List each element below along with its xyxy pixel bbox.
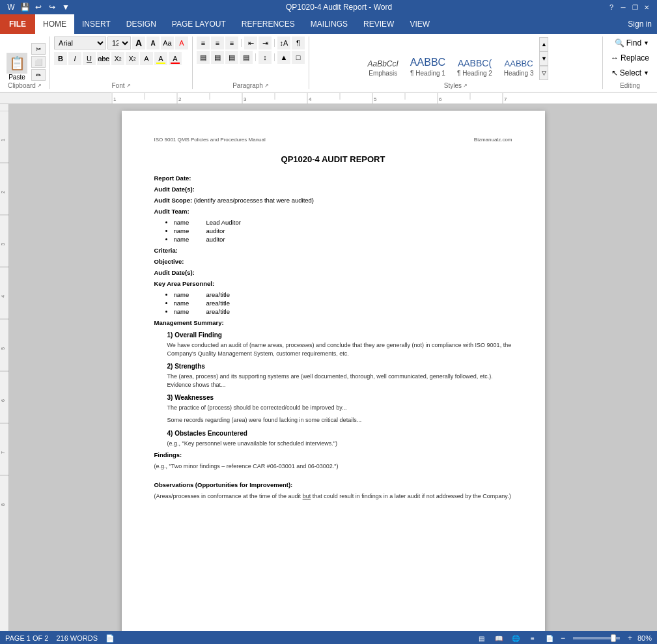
font-name-select[interactable]: Arial	[54, 36, 106, 49]
ribbon-tab-row: FILE HOME INSERT DESIGN PAGE LAYOUT REFE…	[0, 14, 657, 34]
paragraph-expand-icon[interactable]: ↗	[264, 83, 269, 89]
strikethrough-button[interactable]: abc	[97, 52, 110, 65]
zoom-slider-track[interactable]	[570, 637, 622, 639]
superscript-button[interactable]: X2	[126, 52, 139, 65]
styles-scroll-controls: ▲ ▼ ▽	[539, 37, 548, 80]
style-heading3[interactable]: AABBC Heading 3	[499, 38, 538, 79]
redo-quick-btn[interactable]: ↪	[46, 1, 58, 13]
text-effects-button[interactable]: A	[140, 52, 153, 65]
bold-button[interactable]: B	[54, 52, 67, 65]
line-spacing-button[interactable]: ↕	[259, 51, 272, 64]
highlight-button[interactable]: A	[154, 52, 167, 65]
subscript-button[interactable]: X2	[111, 52, 124, 65]
sort-button[interactable]: ↕A	[277, 36, 290, 49]
main-area: 1 2 3 4 5 6 7 8 ISO 9001 QMS Policies an…	[0, 104, 657, 631]
styles-expand[interactable]: ▽	[539, 66, 548, 80]
sign-in-link[interactable]: Sign in	[628, 20, 652, 29]
align-left-button[interactable]: ▤	[197, 51, 210, 64]
tab-review[interactable]: REVIEW	[356, 14, 402, 34]
document-page[interactable]: ISO 9001 QMS Policies and Procedures Man…	[122, 111, 545, 631]
save-quick-btn[interactable]: 💾	[19, 1, 31, 13]
findings-label: Findings:	[154, 451, 182, 458]
bullets-button[interactable]: ≡	[197, 36, 210, 49]
team-member-1: nameLead Auditor	[174, 219, 512, 226]
style-heading2[interactable]: AABBC( ¶ Heading 2	[453, 38, 497, 79]
minimize-button[interactable]: ─	[618, 3, 628, 12]
zoom-minus-btn[interactable]: −	[561, 634, 565, 643]
svg-text:1: 1	[1, 139, 5, 141]
tab-home[interactable]: HOME	[35, 14, 74, 34]
find-button[interactable]: 🔍 Find ▼	[611, 36, 653, 49]
audit-scope-value: (identify areas/processes that were audi…	[194, 197, 314, 204]
document-area[interactable]: ISO 9001 QMS Policies and Procedures Man…	[9, 104, 657, 631]
justify-button[interactable]: ▤	[240, 51, 253, 64]
tab-page-layout[interactable]: PAGE LAYOUT	[164, 14, 234, 34]
view-read-btn[interactable]: 📖	[493, 632, 505, 644]
style-emphasis[interactable]: AaBbCcI Emphasis	[363, 38, 403, 79]
grow-font-button[interactable]: A	[132, 36, 145, 49]
font-color-button[interactable]: A	[169, 52, 182, 65]
cut-button[interactable]: ✂	[31, 43, 46, 55]
style-heading1[interactable]: AABBC ¶ Heading 1	[406, 38, 450, 79]
view-print-btn[interactable]: ▤	[476, 632, 488, 644]
customize-quick-btn[interactable]: ▼	[60, 1, 72, 13]
view-web-btn[interactable]: 🌐	[510, 632, 522, 644]
paste-button[interactable]: 📋 Paste	[4, 53, 30, 81]
align-right-button[interactable]: ▤	[225, 51, 238, 64]
italic-button[interactable]: I	[68, 52, 81, 65]
change-case-button[interactable]: Aa	[161, 36, 174, 49]
align-center-button[interactable]: ▤	[211, 51, 224, 64]
file-tab[interactable]: FILE	[0, 14, 35, 34]
select-button[interactable]: ↖ Select ▼	[608, 66, 653, 79]
tab-references[interactable]: REFERENCES	[234, 14, 303, 34]
audit-dates2-label: Audit Date(s):	[154, 269, 195, 276]
clipboard-expand-icon[interactable]: ↗	[37, 83, 42, 89]
shrink-font-button[interactable]: A	[147, 36, 160, 49]
styles-expand-icon[interactable]: ↗	[463, 83, 468, 89]
format-painter-button[interactable]: ✏	[31, 69, 46, 81]
section-1-body: We have conducted an audit of (name area…	[167, 341, 512, 357]
styles-scroll-down[interactable]: ▼	[539, 51, 548, 66]
font-group-label: Font	[111, 82, 124, 89]
tab-view[interactable]: VIEW	[402, 14, 438, 34]
copy-button[interactable]: ⬜	[31, 56, 46, 68]
proof-icon[interactable]: 📄	[105, 634, 115, 643]
select-dropdown-icon[interactable]: ▼	[643, 70, 649, 76]
restore-button[interactable]: ❐	[630, 3, 640, 12]
audit-team-field: Audit Team:	[154, 208, 512, 215]
tab-insert[interactable]: INSERT	[74, 14, 119, 34]
clear-format-button[interactable]: A	[175, 36, 188, 49]
show-marks-button[interactable]: ¶	[292, 36, 305, 49]
zoom-plus-btn[interactable]: +	[628, 634, 632, 643]
tab-mailings[interactable]: MAILINGS	[303, 14, 356, 34]
svg-text:3: 3	[1, 243, 5, 245]
zoom-slider[interactable]	[573, 637, 620, 639]
borders-button[interactable]: □	[292, 51, 305, 64]
decrease-indent-button[interactable]: ⇤	[244, 36, 257, 49]
font-size-select[interactable]: 12	[107, 36, 131, 49]
find-dropdown-icon[interactable]: ▼	[643, 40, 649, 46]
numbering-button[interactable]: ≡	[211, 36, 224, 49]
ruler: 1 2 3 4 5 6 7	[0, 92, 657, 104]
svg-text:1: 1	[113, 96, 117, 102]
report-date-field: Report Date:	[154, 175, 512, 182]
underline-button[interactable]: U	[83, 52, 96, 65]
criteria-label: Criteria:	[154, 247, 178, 254]
style-heading3-label: Heading 3	[504, 70, 534, 77]
increase-indent-button[interactable]: ⇥	[259, 36, 272, 49]
tab-design[interactable]: DESIGN	[119, 14, 164, 34]
help-button[interactable]: ?	[606, 3, 617, 12]
styles-gallery: AaBbCcI Emphasis AABBC ¶ Heading 1 AABBC…	[363, 36, 538, 81]
shading-button[interactable]: ▲	[277, 51, 290, 64]
close-button[interactable]: ✕	[641, 3, 652, 12]
replace-button[interactable]: ↔ Replace	[607, 51, 653, 64]
view-outline-btn[interactable]: ≡	[527, 632, 538, 644]
styles-scroll-up[interactable]: ▲	[539, 37, 548, 51]
observations-heading: Observations (Opportunities for Improvem…	[154, 481, 293, 488]
multilevel-button[interactable]: ≡	[225, 36, 238, 49]
header-right: Bizmanualz.com	[474, 137, 512, 143]
replace-label: Replace	[621, 53, 649, 63]
view-draft-btn[interactable]: 📄	[544, 632, 555, 644]
font-expand-icon[interactable]: ↗	[126, 83, 131, 89]
undo-quick-btn[interactable]: ↩	[33, 1, 44, 13]
